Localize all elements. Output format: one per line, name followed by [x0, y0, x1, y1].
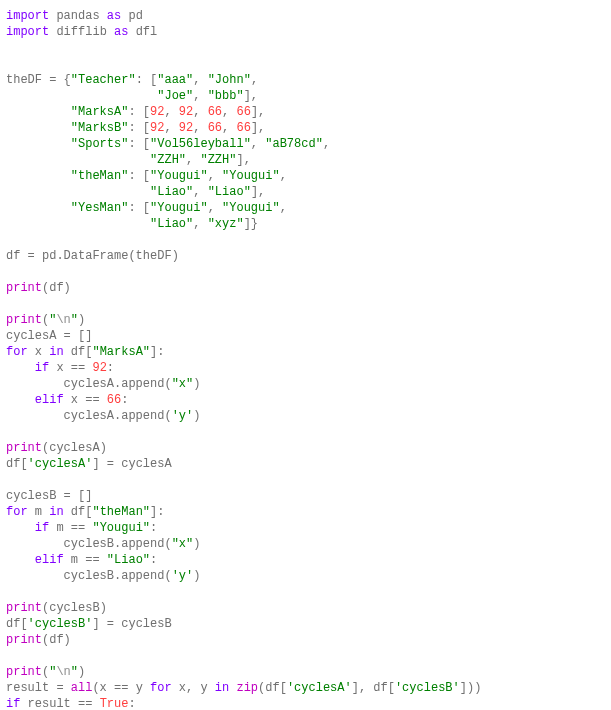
code-token: , — [193, 217, 207, 231]
code-line: "Joe", "bbb"], — [6, 89, 258, 103]
code-token: as — [107, 9, 121, 23]
code-token: (cyclesA) — [42, 441, 107, 455]
code-block: import pandas as pd import difflib as df… — [6, 8, 605, 710]
code-token: 92 — [150, 105, 164, 119]
code-token: df[ — [64, 345, 93, 359]
code-token: "theMan" — [92, 505, 150, 519]
code-token: " — [71, 665, 78, 679]
code-token: 66 — [107, 393, 121, 407]
code-token: ], — [251, 185, 265, 199]
code-token: if — [6, 697, 20, 710]
code-token: cyclesA.append( — [6, 409, 172, 423]
code-line: if m == "Yougui": — [6, 521, 157, 535]
code-token: df[ — [6, 457, 28, 471]
code-token: "Yougui" — [150, 201, 208, 215]
code-token: all — [71, 681, 93, 695]
code-token: : [ — [128, 121, 150, 135]
code-token: "aaa" — [157, 73, 193, 87]
code-token: theDF = { — [6, 73, 71, 87]
code-token: ] = cyclesA — [92, 457, 171, 471]
code-token: difflib — [49, 25, 114, 39]
code-token: elif — [35, 553, 64, 567]
code-line: print(df) — [6, 281, 71, 295]
code-line: elif x == 66: — [6, 393, 128, 407]
code-token: , — [193, 121, 207, 135]
code-token: "ZZH" — [150, 153, 186, 167]
code-token: , — [222, 121, 236, 135]
code-token: if — [35, 361, 49, 375]
code-token: ) — [78, 313, 85, 327]
code-token: for — [6, 345, 28, 359]
code-token: "theMan" — [71, 169, 129, 183]
code-token — [6, 521, 35, 535]
code-token: cyclesA.append( — [6, 377, 172, 391]
code-token: ) — [193, 537, 200, 551]
code-token: , — [222, 105, 236, 119]
code-token: print — [6, 441, 42, 455]
code-token — [6, 137, 71, 151]
code-token: m — [28, 505, 50, 519]
code-token: , — [164, 121, 178, 135]
code-token: in — [215, 681, 229, 695]
code-token: ], — [251, 105, 265, 119]
code-token: "xyz" — [208, 217, 244, 231]
code-line: "Liao", "Liao"], — [6, 185, 265, 199]
code-line: cyclesB.append('y') — [6, 569, 200, 583]
code-line: "Liao", "xyz"]} — [6, 217, 258, 231]
code-token: : [ — [128, 201, 150, 215]
code-token: : [ — [136, 73, 158, 87]
code-token: ])) — [460, 681, 482, 695]
code-token: ]: — [150, 505, 164, 519]
code-token: zip — [236, 681, 258, 695]
code-token: as — [114, 25, 128, 39]
code-token: x == — [64, 393, 107, 407]
code-token: ] = cyclesB — [92, 617, 171, 631]
code-token: " — [71, 313, 78, 327]
code-token: "Joe" — [157, 89, 193, 103]
code-token: "x" — [172, 537, 194, 551]
code-token: "Liao" — [150, 217, 193, 231]
code-token: "John" — [208, 73, 251, 87]
code-token: ]} — [244, 217, 258, 231]
code-token: "ZZH" — [200, 153, 236, 167]
code-token: cyclesB.append( — [6, 537, 172, 551]
code-token: "Yougui" — [92, 521, 150, 535]
code-token: : — [121, 393, 128, 407]
code-token: : — [107, 361, 114, 375]
code-line: cyclesA = [] — [6, 329, 92, 343]
code-token: "Vol56leyball" — [150, 137, 251, 151]
code-token: 92 — [92, 361, 106, 375]
code-token — [6, 89, 157, 103]
code-token: 66 — [208, 105, 222, 119]
code-token: cyclesB.append( — [6, 569, 172, 583]
code-token: True — [100, 697, 129, 710]
code-token: print — [6, 601, 42, 615]
code-token — [6, 105, 71, 119]
code-token: "Sports" — [71, 137, 129, 151]
code-token: 'cyclesB' — [28, 617, 93, 631]
code-token: result = — [6, 681, 71, 695]
code-token: ) — [78, 665, 85, 679]
code-token: "MarksB" — [71, 121, 129, 135]
code-token: x — [28, 345, 50, 359]
code-token: \n — [56, 313, 70, 327]
code-line: print("\n") — [6, 665, 85, 679]
code-token: 'y' — [172, 409, 194, 423]
code-line: import difflib as dfl — [6, 25, 157, 39]
code-token: : [ — [128, 169, 150, 183]
code-token: , — [193, 73, 207, 87]
code-token: m == — [64, 553, 107, 567]
code-token: df[ — [6, 617, 28, 631]
code-token: 'y' — [172, 569, 194, 583]
code-token: cyclesB = [] — [6, 489, 92, 503]
code-token: : — [150, 553, 157, 567]
code-token: df[ — [64, 505, 93, 519]
code-token: , — [193, 185, 207, 199]
code-token: : [ — [128, 105, 150, 119]
code-token: pd — [121, 9, 143, 23]
code-token: (cyclesB) — [42, 601, 107, 615]
code-token: "bbb" — [208, 89, 244, 103]
code-token: import — [6, 25, 49, 39]
code-line: import pandas as pd — [6, 9, 143, 23]
code-line: cyclesB = [] — [6, 489, 92, 503]
